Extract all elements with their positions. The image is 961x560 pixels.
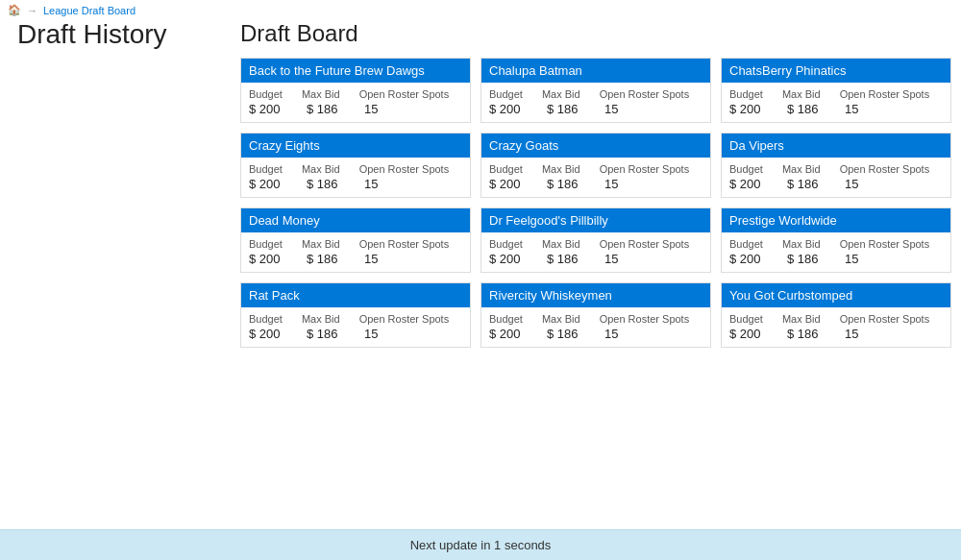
roster-spots-value: 15: [364, 327, 403, 341]
team-stats-values: $ 200 $ 186 15: [729, 177, 943, 191]
max-bid-value: $ 186: [787, 327, 825, 341]
roster-spots-label: Open Roster Spots: [600, 313, 690, 325]
team-header[interactable]: Dead Money: [241, 208, 470, 232]
team-body: Budget Max Bid Open Roster Spots $ 200 $…: [722, 307, 950, 347]
team-card: Rivercity Whiskeymen Budget Max Bid Open…: [480, 282, 711, 348]
page-title: Draft History: [10, 20, 221, 58]
team-stats-header: Budget Max Bid Open Roster Spots: [249, 163, 462, 175]
team-body: Budget Max Bid Open Roster Spots $ 200 $…: [722, 232, 950, 272]
team-header[interactable]: Crazy Goats: [481, 134, 710, 158]
budget-label: Budget: [249, 163, 283, 175]
team-body: Budget Max Bid Open Roster Spots $ 200 $…: [241, 83, 470, 122]
max-bid-label: Max Bid: [782, 163, 821, 175]
budget-label: Budget: [729, 313, 763, 325]
max-bid-label: Max Bid: [782, 88, 821, 100]
budget-label: Budget: [249, 88, 283, 100]
budget-label: Budget: [729, 238, 763, 250]
team-card: ChatsBerry Phinatics Budget Max Bid Open…: [721, 58, 951, 123]
team-card: Prestige Worldwide Budget Max Bid Open R…: [721, 207, 951, 273]
max-bid-label: Max Bid: [302, 238, 340, 250]
left-panel: [0, 58, 231, 541]
team-stats-values: $ 200 $ 186 15: [249, 177, 462, 191]
team-stats-values: $ 200 $ 186 15: [729, 102, 943, 116]
team-header[interactable]: ChatsBerry Phinatics: [722, 59, 950, 83]
team-header[interactable]: Chalupa Batman: [481, 59, 710, 83]
team-body: Budget Max Bid Open Roster Spots $ 200 $…: [481, 232, 710, 272]
main-layout: Back to the Future Brew Dawgs Budget Max…: [0, 58, 961, 541]
roster-spots-value: 15: [604, 102, 643, 116]
team-stats-values: $ 200 $ 186 15: [729, 327, 943, 341]
team-card: Chalupa Batman Budget Max Bid Open Roste…: [480, 58, 711, 123]
team-stats-header: Budget Max Bid Open Roster Spots: [489, 88, 702, 100]
max-bid-label: Max Bid: [302, 88, 340, 100]
team-stats-header: Budget Max Bid Open Roster Spots: [729, 313, 943, 325]
roster-spots-value: 15: [604, 327, 643, 341]
team-body: Budget Max Bid Open Roster Spots $ 200 $…: [722, 83, 950, 122]
roster-spots-label: Open Roster Spots: [359, 238, 450, 250]
team-body: Budget Max Bid Open Roster Spots $ 200 $…: [481, 83, 710, 122]
budget-label: Budget: [489, 313, 523, 325]
breadcrumb-link[interactable]: League Draft Board: [43, 5, 136, 16]
team-header[interactable]: Rat Pack: [241, 283, 470, 307]
max-bid-label: Max Bid: [542, 238, 580, 250]
budget-value: $ 200: [729, 327, 768, 341]
teams-grid: Back to the Future Brew Dawgs Budget Max…: [240, 58, 951, 348]
team-card: You Got Curbstomped Budget Max Bid Open …: [721, 282, 951, 348]
breadcrumb-arrow: →: [27, 5, 37, 16]
team-header[interactable]: Back to the Future Brew Dawgs: [241, 59, 470, 83]
roster-spots-value: 15: [845, 177, 883, 191]
roster-spots-value: 15: [604, 252, 643, 266]
budget-label: Budget: [489, 238, 523, 250]
budget-label: Budget: [249, 238, 283, 250]
home-icon[interactable]: 🏠: [8, 4, 21, 16]
roster-spots-label: Open Roster Spots: [840, 88, 930, 100]
team-stats-values: $ 200 $ 186 15: [249, 102, 462, 116]
team-stats-values: $ 200 $ 186 15: [489, 252, 702, 266]
budget-value: $ 200: [729, 102, 768, 116]
roster-spots-label: Open Roster Spots: [359, 313, 450, 325]
team-stats-values: $ 200 $ 186 15: [249, 252, 462, 266]
budget-value: $ 200: [489, 102, 528, 116]
status-text: Next update in 1 seconds: [410, 538, 552, 552]
budget-label: Budget: [729, 163, 763, 175]
max-bid-value: $ 186: [307, 177, 345, 191]
max-bid-value: $ 186: [547, 177, 585, 191]
team-header[interactable]: You Got Curbstomped: [722, 283, 950, 307]
max-bid-value: $ 186: [787, 252, 825, 266]
roster-spots-label: Open Roster Spots: [359, 88, 450, 100]
team-card: Dead Money Budget Max Bid Open Roster Sp…: [240, 207, 471, 273]
budget-value: $ 200: [249, 252, 287, 266]
team-header[interactable]: Rivercity Whiskeymen: [481, 283, 710, 307]
team-header[interactable]: Crazy Eights: [241, 134, 470, 158]
team-body: Budget Max Bid Open Roster Spots $ 200 $…: [241, 158, 470, 197]
team-card: Dr Feelgood's Pillbilly Budget Max Bid O…: [480, 207, 711, 273]
team-stats-header: Budget Max Bid Open Roster Spots: [489, 163, 702, 175]
max-bid-label: Max Bid: [302, 163, 340, 175]
roster-spots-label: Open Roster Spots: [840, 163, 930, 175]
roster-spots-value: 15: [845, 327, 883, 341]
roster-spots-value: 15: [845, 102, 883, 116]
team-header[interactable]: Da Vipers: [722, 134, 950, 158]
max-bid-value: $ 186: [307, 252, 345, 266]
budget-label: Budget: [729, 88, 763, 100]
budget-value: $ 200: [489, 177, 528, 191]
max-bid-value: $ 186: [307, 327, 345, 341]
team-header[interactable]: Dr Feelgood's Pillbilly: [481, 208, 710, 232]
team-card: Crazy Goats Budget Max Bid Open Roster S…: [480, 133, 711, 198]
roster-spots-label: Open Roster Spots: [600, 163, 690, 175]
team-card: Da Vipers Budget Max Bid Open Roster Spo…: [721, 133, 951, 198]
roster-spots-label: Open Roster Spots: [600, 88, 690, 100]
team-body: Budget Max Bid Open Roster Spots $ 200 $…: [722, 158, 950, 197]
team-stats-header: Budget Max Bid Open Roster Spots: [249, 313, 462, 325]
team-stats-values: $ 200 $ 186 15: [249, 327, 462, 341]
max-bid-label: Max Bid: [782, 313, 821, 325]
max-bid-value: $ 186: [787, 177, 825, 191]
team-header[interactable]: Prestige Worldwide: [722, 208, 950, 232]
roster-spots-value: 15: [604, 177, 643, 191]
team-stats-header: Budget Max Bid Open Roster Spots: [729, 88, 943, 100]
roster-spots-value: 15: [364, 177, 403, 191]
draft-board-area: Back to the Future Brew Dawgs Budget Max…: [231, 58, 961, 541]
max-bid-label: Max Bid: [302, 313, 340, 325]
breadcrumb: 🏠 → League Draft Board: [0, 0, 961, 20]
team-stats-values: $ 200 $ 186 15: [489, 327, 702, 341]
